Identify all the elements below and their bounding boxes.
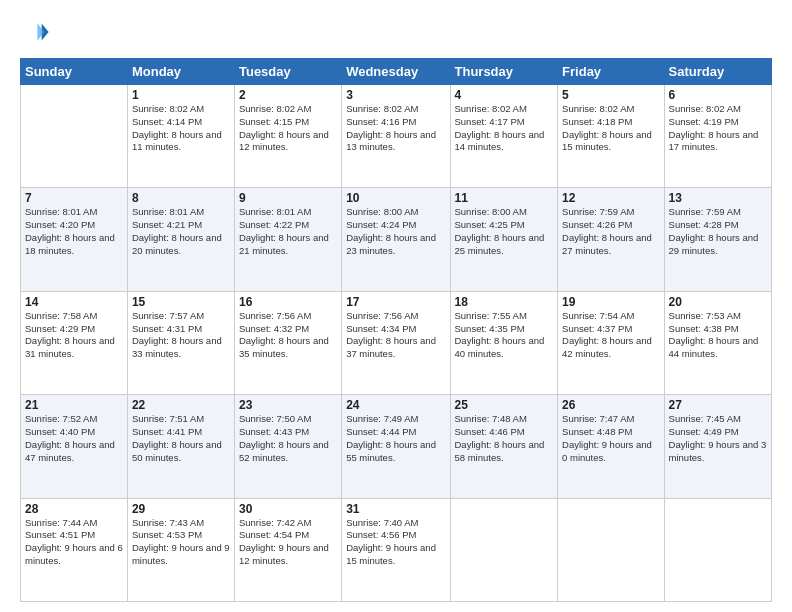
day-info: Sunrise: 7:57 AMSunset: 4:31 PMDaylight:…	[132, 310, 230, 361]
calendar-cell: 30Sunrise: 7:42 AMSunset: 4:54 PMDayligh…	[234, 498, 341, 601]
day-info: Sunrise: 7:59 AMSunset: 4:28 PMDaylight:…	[669, 206, 767, 257]
day-info: Sunrise: 7:58 AMSunset: 4:29 PMDaylight:…	[25, 310, 123, 361]
day-info: Sunrise: 7:48 AMSunset: 4:46 PMDaylight:…	[455, 413, 554, 464]
calendar-cell: 24Sunrise: 7:49 AMSunset: 4:44 PMDayligh…	[342, 395, 450, 498]
day-info: Sunrise: 7:56 AMSunset: 4:32 PMDaylight:…	[239, 310, 337, 361]
day-info: Sunrise: 8:02 AMSunset: 4:16 PMDaylight:…	[346, 103, 445, 154]
day-header-friday: Friday	[558, 59, 664, 85]
day-info: Sunrise: 8:02 AMSunset: 4:18 PMDaylight:…	[562, 103, 659, 154]
calendar-cell: 7Sunrise: 8:01 AMSunset: 4:20 PMDaylight…	[21, 188, 128, 291]
logo	[20, 18, 50, 50]
day-info: Sunrise: 8:02 AMSunset: 4:17 PMDaylight:…	[455, 103, 554, 154]
day-number: 28	[25, 502, 123, 516]
calendar-cell: 8Sunrise: 8:01 AMSunset: 4:21 PMDaylight…	[127, 188, 234, 291]
calendar-table: SundayMondayTuesdayWednesdayThursdayFrid…	[20, 58, 772, 602]
calendar-cell: 22Sunrise: 7:51 AMSunset: 4:41 PMDayligh…	[127, 395, 234, 498]
day-info: Sunrise: 8:02 AMSunset: 4:19 PMDaylight:…	[669, 103, 767, 154]
day-info: Sunrise: 7:43 AMSunset: 4:53 PMDaylight:…	[132, 517, 230, 568]
day-info: Sunrise: 8:02 AMSunset: 4:15 PMDaylight:…	[239, 103, 337, 154]
calendar-cell: 21Sunrise: 7:52 AMSunset: 4:40 PMDayligh…	[21, 395, 128, 498]
day-info: Sunrise: 7:45 AMSunset: 4:49 PMDaylight:…	[669, 413, 767, 464]
page: SundayMondayTuesdayWednesdayThursdayFrid…	[0, 0, 792, 612]
calendar-cell: 1Sunrise: 8:02 AMSunset: 4:14 PMDaylight…	[127, 85, 234, 188]
calendar-cell: 14Sunrise: 7:58 AMSunset: 4:29 PMDayligh…	[21, 291, 128, 394]
calendar-cell: 15Sunrise: 7:57 AMSunset: 4:31 PMDayligh…	[127, 291, 234, 394]
day-number: 13	[669, 191, 767, 205]
day-header-tuesday: Tuesday	[234, 59, 341, 85]
calendar-cell	[21, 85, 128, 188]
calendar-cell	[664, 498, 771, 601]
day-info: Sunrise: 8:02 AMSunset: 4:14 PMDaylight:…	[132, 103, 230, 154]
calendar-cell: 6Sunrise: 8:02 AMSunset: 4:19 PMDaylight…	[664, 85, 771, 188]
day-info: Sunrise: 7:47 AMSunset: 4:48 PMDaylight:…	[562, 413, 659, 464]
day-number: 23	[239, 398, 337, 412]
day-info: Sunrise: 7:42 AMSunset: 4:54 PMDaylight:…	[239, 517, 337, 568]
day-number: 4	[455, 88, 554, 102]
calendar-cell: 5Sunrise: 8:02 AMSunset: 4:18 PMDaylight…	[558, 85, 664, 188]
day-header-wednesday: Wednesday	[342, 59, 450, 85]
day-info: Sunrise: 8:00 AMSunset: 4:25 PMDaylight:…	[455, 206, 554, 257]
calendar-cell: 27Sunrise: 7:45 AMSunset: 4:49 PMDayligh…	[664, 395, 771, 498]
day-number: 11	[455, 191, 554, 205]
calendar-cell: 20Sunrise: 7:53 AMSunset: 4:38 PMDayligh…	[664, 291, 771, 394]
day-info: Sunrise: 7:55 AMSunset: 4:35 PMDaylight:…	[455, 310, 554, 361]
calendar-header-row: SundayMondayTuesdayWednesdayThursdayFrid…	[21, 59, 772, 85]
day-info: Sunrise: 7:40 AMSunset: 4:56 PMDaylight:…	[346, 517, 445, 568]
calendar-cell: 16Sunrise: 7:56 AMSunset: 4:32 PMDayligh…	[234, 291, 341, 394]
day-number: 10	[346, 191, 445, 205]
day-number: 21	[25, 398, 123, 412]
calendar-cell: 26Sunrise: 7:47 AMSunset: 4:48 PMDayligh…	[558, 395, 664, 498]
calendar-week-row: 28Sunrise: 7:44 AMSunset: 4:51 PMDayligh…	[21, 498, 772, 601]
calendar-cell: 31Sunrise: 7:40 AMSunset: 4:56 PMDayligh…	[342, 498, 450, 601]
day-number: 6	[669, 88, 767, 102]
calendar-cell: 11Sunrise: 8:00 AMSunset: 4:25 PMDayligh…	[450, 188, 558, 291]
calendar-cell: 4Sunrise: 8:02 AMSunset: 4:17 PMDaylight…	[450, 85, 558, 188]
day-number: 12	[562, 191, 659, 205]
day-number: 20	[669, 295, 767, 309]
day-number: 24	[346, 398, 445, 412]
day-number: 27	[669, 398, 767, 412]
day-header-monday: Monday	[127, 59, 234, 85]
logo-icon	[22, 18, 50, 46]
day-number: 2	[239, 88, 337, 102]
calendar-cell: 28Sunrise: 7:44 AMSunset: 4:51 PMDayligh…	[21, 498, 128, 601]
day-number: 17	[346, 295, 445, 309]
day-number: 15	[132, 295, 230, 309]
header	[20, 18, 772, 50]
day-header-saturday: Saturday	[664, 59, 771, 85]
day-info: Sunrise: 8:00 AMSunset: 4:24 PMDaylight:…	[346, 206, 445, 257]
calendar-cell	[450, 498, 558, 601]
calendar-week-row: 7Sunrise: 8:01 AMSunset: 4:20 PMDaylight…	[21, 188, 772, 291]
day-info: Sunrise: 7:52 AMSunset: 4:40 PMDaylight:…	[25, 413, 123, 464]
day-number: 8	[132, 191, 230, 205]
day-header-sunday: Sunday	[21, 59, 128, 85]
day-number: 16	[239, 295, 337, 309]
day-number: 31	[346, 502, 445, 516]
day-number: 22	[132, 398, 230, 412]
day-number: 29	[132, 502, 230, 516]
calendar-week-row: 14Sunrise: 7:58 AMSunset: 4:29 PMDayligh…	[21, 291, 772, 394]
day-info: Sunrise: 7:53 AMSunset: 4:38 PMDaylight:…	[669, 310, 767, 361]
day-info: Sunrise: 8:01 AMSunset: 4:21 PMDaylight:…	[132, 206, 230, 257]
calendar-cell: 23Sunrise: 7:50 AMSunset: 4:43 PMDayligh…	[234, 395, 341, 498]
day-number: 3	[346, 88, 445, 102]
day-info: Sunrise: 8:01 AMSunset: 4:20 PMDaylight:…	[25, 206, 123, 257]
day-info: Sunrise: 8:01 AMSunset: 4:22 PMDaylight:…	[239, 206, 337, 257]
calendar-cell: 17Sunrise: 7:56 AMSunset: 4:34 PMDayligh…	[342, 291, 450, 394]
calendar-week-row: 1Sunrise: 8:02 AMSunset: 4:14 PMDaylight…	[21, 85, 772, 188]
day-info: Sunrise: 7:56 AMSunset: 4:34 PMDaylight:…	[346, 310, 445, 361]
day-number: 26	[562, 398, 659, 412]
day-header-thursday: Thursday	[450, 59, 558, 85]
day-info: Sunrise: 7:51 AMSunset: 4:41 PMDaylight:…	[132, 413, 230, 464]
calendar-cell: 3Sunrise: 8:02 AMSunset: 4:16 PMDaylight…	[342, 85, 450, 188]
day-number: 7	[25, 191, 123, 205]
calendar-cell: 29Sunrise: 7:43 AMSunset: 4:53 PMDayligh…	[127, 498, 234, 601]
calendar-cell: 18Sunrise: 7:55 AMSunset: 4:35 PMDayligh…	[450, 291, 558, 394]
day-number: 9	[239, 191, 337, 205]
calendar-cell: 19Sunrise: 7:54 AMSunset: 4:37 PMDayligh…	[558, 291, 664, 394]
calendar-cell: 2Sunrise: 8:02 AMSunset: 4:15 PMDaylight…	[234, 85, 341, 188]
day-info: Sunrise: 7:59 AMSunset: 4:26 PMDaylight:…	[562, 206, 659, 257]
calendar-cell: 9Sunrise: 8:01 AMSunset: 4:22 PMDaylight…	[234, 188, 341, 291]
day-info: Sunrise: 7:50 AMSunset: 4:43 PMDaylight:…	[239, 413, 337, 464]
calendar-cell: 13Sunrise: 7:59 AMSunset: 4:28 PMDayligh…	[664, 188, 771, 291]
